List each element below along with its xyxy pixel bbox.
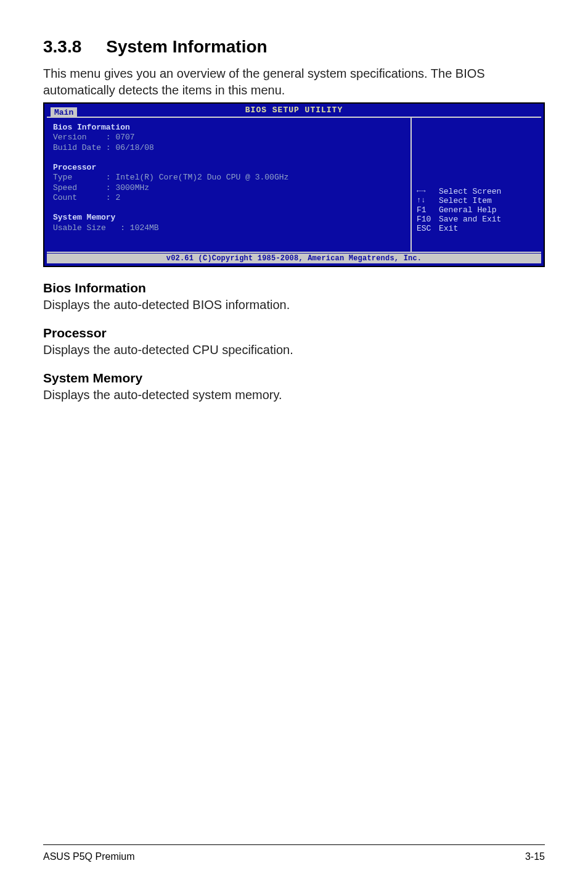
bios-footer: v02.61 (C)Copyright 1985-2008, American … (47, 254, 541, 263)
bios-type-row: Type : Intel(R) Core(TM)2 Duo CPU @ 3.00… (53, 173, 404, 183)
page-footer: ASUS P5Q Premium 3-15 (43, 844, 545, 862)
sub-heading-proc: Processor (43, 326, 545, 340)
section-number: 3.3.8 (43, 37, 81, 57)
bios-left-panel: Bios Information Version : 0707 Build Da… (47, 118, 412, 252)
bios-count-label: Count (53, 193, 77, 202)
bios-proc-header: Processor (53, 163, 404, 173)
bios-build-value: 06/18/08 (115, 143, 153, 152)
bios-speed-value: 3000MHz (115, 183, 149, 192)
bios-count-value: 2 (115, 193, 120, 202)
bios-title: BIOS SETUP UTILITY (245, 105, 343, 115)
bios-mem-header: System Memory (53, 213, 404, 223)
bios-version-row: Version : 0707 (53, 133, 404, 142)
help-f10: F10Save and Exit (417, 215, 536, 224)
help-esc-key: ESC (417, 224, 439, 233)
body-bios-info: Displays the auto-detected BIOS informat… (43, 298, 545, 312)
bios-speed-row: Speed : 3000MHz (53, 183, 404, 193)
help-f10-key: F10 (417, 215, 439, 224)
bios-body: Bios Information Version : 0707 Build Da… (47, 117, 541, 253)
bios-count-row: Count : 2 (53, 193, 404, 203)
help-select-screen: ←→Select Screen (417, 187, 536, 196)
section-heading: 3.3.8System Information (43, 37, 545, 57)
body-mem: Displays the auto-detected system memory… (43, 388, 545, 402)
bios-type-label: Type (53, 173, 72, 182)
footer-left: ASUS P5Q Premium (43, 851, 134, 862)
bios-tab-main[interactable]: Main (51, 107, 77, 118)
bios-info-header: Bios Information (53, 123, 404, 133)
arrows-lr-icon: ←→ (417, 187, 439, 196)
help-f1-text: General Help (439, 205, 497, 215)
sub-heading-bios-info: Bios Information (43, 281, 545, 295)
bios-version-value: 0707 (115, 133, 134, 142)
body-proc: Displays the auto-detected CPU specifica… (43, 343, 545, 357)
help-esc: ESCExit (417, 224, 536, 233)
bios-titlebar: BIOS SETUP UTILITY Main (44, 104, 544, 116)
help-select-screen-text: Select Screen (439, 187, 501, 196)
bios-window: BIOS SETUP UTILITY Main Bios Information… (43, 102, 545, 267)
sub-heading-mem: System Memory (43, 371, 545, 386)
bios-usable-row: Usable Size : 1024MB (53, 223, 404, 233)
bios-speed-label: Speed (53, 183, 77, 192)
bios-version-label: Version (53, 133, 87, 142)
help-esc-text: Exit (439, 224, 458, 233)
bios-usable-value: 1024MB (130, 223, 159, 233)
bios-usable-label: Usable Size (53, 223, 106, 233)
help-select-item-text: Select Item (439, 196, 492, 205)
help-f10-text: Save and Exit (439, 215, 501, 224)
help-f1-key: F1 (417, 205, 439, 215)
bios-type-value: Intel(R) Core(TM)2 Duo CPU @ 3.00GHz (115, 173, 288, 182)
arrows-ud-icon: ↑↓ (417, 196, 439, 205)
footer-right: 3-15 (525, 851, 545, 862)
help-f1: F1General Help (417, 205, 536, 215)
section-title: System Information (106, 37, 267, 56)
help-select-item: ↑↓Select Item (417, 196, 536, 205)
intro-text: This menu gives you an overview of the g… (43, 65, 545, 99)
bios-help-panel: ←→Select Screen ↑↓Select Item F1General … (412, 118, 541, 252)
bios-build-label: Build Date (53, 143, 101, 152)
bios-build-row: Build Date : 06/18/08 (53, 143, 404, 153)
